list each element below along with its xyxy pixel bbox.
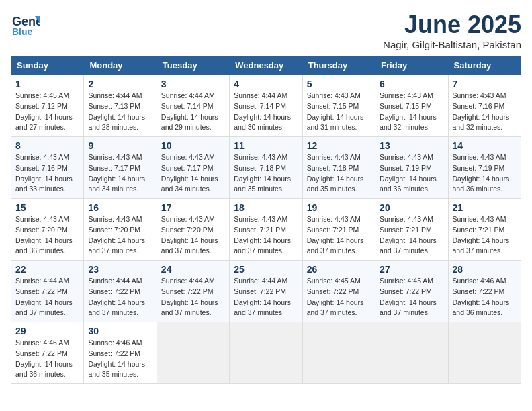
calendar-day-26: 26 Sunrise: 4:45 AMSunset: 7:22 PMDaylig… [302, 261, 375, 322]
calendar-day-28: 28 Sunrise: 4:46 AMSunset: 7:22 PMDaylig… [448, 261, 521, 322]
day-info: Sunrise: 4:43 AMSunset: 7:15 PMDaylight:… [307, 91, 371, 133]
day-number: 6 [380, 79, 443, 89]
empty-cell [375, 322, 448, 384]
day-info: Sunrise: 4:44 AMSunset: 7:22 PMDaylight:… [88, 276, 152, 318]
day-number: 13 [380, 140, 443, 151]
day-info: Sunrise: 4:43 AMSunset: 7:20 PMDaylight:… [88, 214, 152, 257]
dow-header-tuesday: Tuesday [157, 56, 229, 75]
calendar-table: SundayMondayTuesdayWednesdayThursdayFrid… [11, 56, 521, 384]
day-number: 16 [88, 202, 152, 213]
day-info: Sunrise: 4:43 AMSunset: 7:18 PMDaylight:… [234, 152, 298, 195]
day-info: Sunrise: 4:43 AMSunset: 7:21 PMDaylight:… [380, 214, 443, 257]
calendar-day-11: 11 Sunrise: 4:43 AMSunset: 7:18 PMDaylig… [230, 137, 302, 199]
day-number: 18 [234, 202, 298, 213]
day-number: 3 [161, 79, 225, 89]
calendar-day-7: 7 Sunrise: 4:43 AMSunset: 7:16 PMDayligh… [448, 75, 521, 137]
calendar-day-20: 20 Sunrise: 4:43 AMSunset: 7:21 PMDaylig… [375, 199, 448, 261]
day-number: 30 [88, 326, 152, 336]
day-info: Sunrise: 4:46 AMSunset: 7:22 PMDaylight:… [453, 276, 517, 318]
calendar-day-13: 13 Sunrise: 4:43 AMSunset: 7:19 PMDaylig… [375, 137, 448, 199]
day-number: 12 [307, 140, 371, 151]
day-number: 27 [380, 264, 443, 275]
day-number: 1 [15, 79, 79, 89]
calendar-day-25: 25 Sunrise: 4:44 AMSunset: 7:22 PMDaylig… [230, 261, 302, 322]
dow-header-saturday: Saturday [448, 56, 521, 75]
calendar-day-14: 14 Sunrise: 4:43 AMSunset: 7:19 PMDaylig… [448, 137, 521, 199]
calendar-day-1: 1 Sunrise: 4:45 AMSunset: 7:12 PMDayligh… [11, 75, 84, 137]
dow-header-thursday: Thursday [302, 56, 375, 75]
calendar-day-19: 19 Sunrise: 4:43 AMSunset: 7:21 PMDaylig… [302, 199, 375, 261]
calendar-day-17: 17 Sunrise: 4:43 AMSunset: 7:20 PMDaylig… [157, 199, 229, 261]
day-number: 7 [453, 79, 517, 89]
dow-header-wednesday: Wednesday [230, 56, 302, 75]
day-info: Sunrise: 4:43 AMSunset: 7:19 PMDaylight:… [380, 152, 443, 195]
day-number: 28 [453, 264, 517, 275]
day-info: Sunrise: 4:44 AMSunset: 7:22 PMDaylight:… [15, 276, 79, 318]
calendar-day-23: 23 Sunrise: 4:44 AMSunset: 7:22 PMDaylig… [84, 261, 157, 322]
calendar-day-29: 29 Sunrise: 4:46 AMSunset: 7:22 PMDaylig… [11, 322, 84, 384]
calendar-day-2: 2 Sunrise: 4:44 AMSunset: 7:13 PMDayligh… [84, 75, 157, 137]
day-info: Sunrise: 4:44 AMSunset: 7:22 PMDaylight:… [234, 276, 298, 318]
day-number: 17 [161, 202, 225, 213]
calendar-day-24: 24 Sunrise: 4:44 AMSunset: 7:22 PMDaylig… [157, 261, 229, 322]
subtitle: Nagir, Gilgit-Baltistan, Pakistan [383, 39, 521, 50]
day-info: Sunrise: 4:43 AMSunset: 7:16 PMDaylight:… [15, 152, 79, 195]
svg-text:Blue: Blue [12, 26, 33, 37]
day-number: 14 [453, 140, 517, 151]
calendar-day-16: 16 Sunrise: 4:43 AMSunset: 7:20 PMDaylig… [84, 199, 157, 261]
calendar-day-30: 30 Sunrise: 4:46 AMSunset: 7:22 PMDaylig… [84, 322, 157, 384]
empty-cell [302, 322, 375, 384]
day-info: Sunrise: 4:44 AMSunset: 7:14 PMDaylight:… [234, 91, 298, 133]
empty-cell [448, 322, 521, 384]
calendar-day-5: 5 Sunrise: 4:43 AMSunset: 7:15 PMDayligh… [302, 75, 375, 137]
logo-icon: General Blue [11, 11, 40, 38]
calendar-week-4: 22 Sunrise: 4:44 AMSunset: 7:22 PMDaylig… [11, 261, 521, 322]
day-number: 26 [307, 264, 371, 275]
empty-cell [230, 322, 302, 384]
day-number: 4 [234, 79, 298, 89]
day-info: Sunrise: 4:43 AMSunset: 7:17 PMDaylight:… [88, 152, 152, 195]
day-number: 29 [15, 326, 79, 336]
day-number: 5 [307, 79, 371, 89]
day-info: Sunrise: 4:44 AMSunset: 7:14 PMDaylight:… [161, 91, 225, 133]
calendar-week-2: 8 Sunrise: 4:43 AMSunset: 7:16 PMDayligh… [11, 137, 521, 199]
title-area: June 2025 Nagir, Gilgit-Baltistan, Pakis… [383, 11, 521, 50]
day-info: Sunrise: 4:43 AMSunset: 7:15 PMDaylight:… [380, 91, 443, 133]
day-number: 24 [161, 264, 225, 275]
day-info: Sunrise: 4:43 AMSunset: 7:18 PMDaylight:… [307, 152, 371, 195]
day-info: Sunrise: 4:44 AMSunset: 7:13 PMDaylight:… [88, 91, 152, 133]
day-info: Sunrise: 4:43 AMSunset: 7:21 PMDaylight:… [234, 214, 298, 257]
day-number: 2 [88, 79, 152, 89]
calendar-day-12: 12 Sunrise: 4:43 AMSunset: 7:18 PMDaylig… [302, 137, 375, 199]
day-number: 11 [234, 140, 298, 151]
day-info: Sunrise: 4:43 AMSunset: 7:16 PMDaylight:… [453, 91, 517, 133]
day-info: Sunrise: 4:43 AMSunset: 7:19 PMDaylight:… [453, 152, 517, 195]
calendar-week-5: 29 Sunrise: 4:46 AMSunset: 7:22 PMDaylig… [11, 322, 521, 384]
calendar-day-4: 4 Sunrise: 4:44 AMSunset: 7:14 PMDayligh… [230, 75, 302, 137]
calendar-day-8: 8 Sunrise: 4:43 AMSunset: 7:16 PMDayligh… [11, 137, 84, 199]
calendar-week-3: 15 Sunrise: 4:43 AMSunset: 7:20 PMDaylig… [11, 199, 521, 261]
calendar-day-18: 18 Sunrise: 4:43 AMSunset: 7:21 PMDaylig… [230, 199, 302, 261]
day-info: Sunrise: 4:43 AMSunset: 7:20 PMDaylight:… [15, 214, 79, 257]
dow-header-friday: Friday [375, 56, 448, 75]
calendar-day-9: 9 Sunrise: 4:43 AMSunset: 7:17 PMDayligh… [84, 137, 157, 199]
month-title: June 2025 [383, 11, 521, 39]
logo: General Blue [11, 11, 40, 38]
day-info: Sunrise: 4:43 AMSunset: 7:21 PMDaylight:… [453, 214, 517, 257]
day-info: Sunrise: 4:45 AMSunset: 7:12 PMDaylight:… [15, 91, 79, 133]
calendar-day-21: 21 Sunrise: 4:43 AMSunset: 7:21 PMDaylig… [448, 199, 521, 261]
day-number: 25 [234, 264, 298, 275]
calendar-week-1: 1 Sunrise: 4:45 AMSunset: 7:12 PMDayligh… [11, 75, 521, 137]
day-number: 21 [453, 202, 517, 213]
calendar-day-22: 22 Sunrise: 4:44 AMSunset: 7:22 PMDaylig… [11, 261, 84, 322]
calendar-day-27: 27 Sunrise: 4:45 AMSunset: 7:22 PMDaylig… [375, 261, 448, 322]
day-info: Sunrise: 4:46 AMSunset: 7:22 PMDaylight:… [88, 338, 152, 380]
day-number: 15 [15, 202, 79, 213]
day-info: Sunrise: 4:46 AMSunset: 7:22 PMDaylight:… [15, 338, 79, 380]
page-header: General Blue June 2025 Nagir, Gilgit-Bal… [11, 11, 521, 50]
day-info: Sunrise: 4:45 AMSunset: 7:22 PMDaylight:… [307, 276, 371, 318]
day-number: 22 [15, 264, 79, 275]
day-info: Sunrise: 4:44 AMSunset: 7:22 PMDaylight:… [161, 276, 225, 318]
calendar-day-15: 15 Sunrise: 4:43 AMSunset: 7:20 PMDaylig… [11, 199, 84, 261]
dow-header-sunday: Sunday [11, 56, 84, 75]
